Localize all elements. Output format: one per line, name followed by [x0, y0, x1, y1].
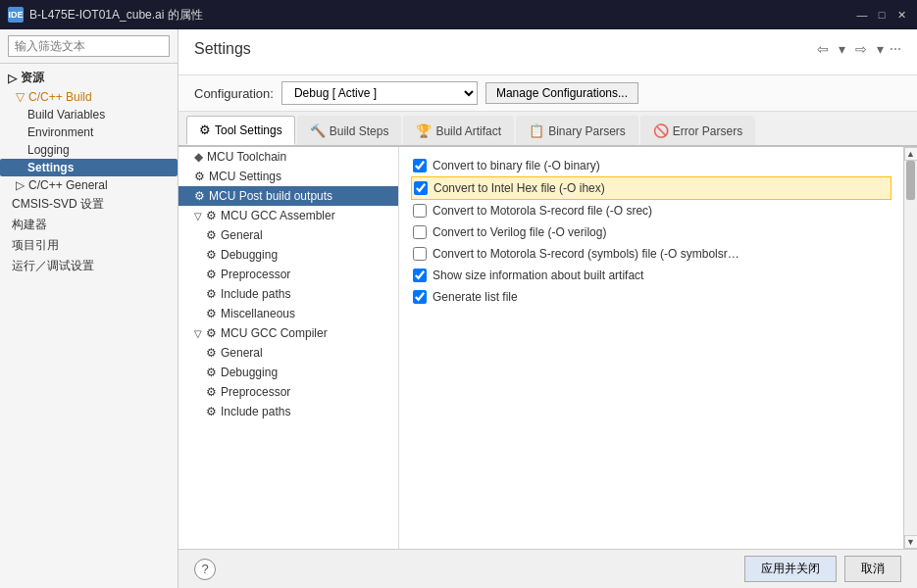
gear-icon: ⚙	[194, 170, 205, 183]
diamond-icon: ◆	[194, 150, 203, 164]
manage-configurations-button[interactable]: Manage Configurations...	[485, 82, 638, 104]
sidebar-item-cpp-build[interactable]: ▽ C/C++ Build	[0, 88, 178, 106]
option-convert-verilog-checkbox[interactable]	[413, 225, 427, 239]
tree-node-general[interactable]: ⚙ General	[178, 225, 398, 245]
sidebar-item-cpp-general[interactable]: ▷ C/C++ General	[0, 176, 178, 194]
build-steps-icon: 🔨	[310, 123, 326, 138]
option-show-size-label: Show size information about built artifa…	[433, 269, 643, 282]
tool-settings-icon: ⚙	[199, 122, 211, 137]
main-layout: ▷ 资源 ▽ C/C++ Build Build Variables Envir…	[0, 29, 917, 588]
tree-node-miscellaneous[interactable]: ⚙ Miscellaneous	[178, 304, 398, 323]
tree-node-label: MCU Toolchain	[207, 150, 286, 164]
sidebar-item-label: 资源	[21, 70, 44, 86]
sidebar-item-label: Logging	[27, 143, 70, 157]
nav-back-button[interactable]: ⇦	[813, 39, 833, 59]
tree-node-mcu-settings[interactable]: ⚙ MCU Settings	[178, 167, 398, 186]
sidebar-item-project-ref[interactable]: 项目引用	[0, 235, 178, 256]
bottom-bar: ? 应用并关闭 取消	[178, 549, 917, 588]
sidebar-filter-input[interactable]	[8, 35, 170, 57]
close-button[interactable]: ✕	[893, 7, 909, 23]
tree-node-debugging[interactable]: ⚙ Debugging	[178, 245, 398, 265]
gear-icon: ⚙	[194, 189, 205, 203]
tree-node-mcu-gcc-compiler[interactable]: ▽ ⚙ MCU GCC Compiler	[178, 323, 398, 343]
help-button[interactable]: ?	[194, 559, 216, 580]
sidebar-item-environment[interactable]: Environment	[0, 123, 178, 141]
sidebar-item-label: CMSIS-SVD 设置	[12, 196, 104, 213]
sidebar-item-run-debug[interactable]: 运行／调试设置	[0, 256, 178, 276]
tab-tool-settings[interactable]: ⚙ Tool Settings	[186, 116, 295, 145]
expand-icon: ▷	[8, 72, 17, 85]
option-generate-list-checkbox[interactable]	[413, 290, 427, 304]
scroll-thumb[interactable]	[906, 161, 915, 200]
more-options-button[interactable]: ⋯	[890, 42, 901, 56]
sidebar-item-settings[interactable]: Settings	[0, 159, 178, 176]
tab-binary-parsers[interactable]: 📋 Binary Parsers	[516, 116, 638, 145]
sidebar-item-resources[interactable]: ▷ 资源	[0, 68, 178, 88]
scroll-down-arrow[interactable]: ▼	[904, 535, 918, 549]
option-show-size-checkbox[interactable]	[413, 269, 427, 282]
settings-title-row: Settings ⇦ ▾ ⇨ ▾ ⋯	[194, 39, 901, 59]
tab-build-artifact[interactable]: 🏆 Build Artifact	[403, 116, 514, 145]
tree-node-general2[interactable]: ⚙ General	[178, 343, 398, 363]
tree-node-include-paths2[interactable]: ⚙ Include paths	[178, 402, 398, 421]
option-convert-symbols-checkbox[interactable]	[413, 247, 427, 261]
apply-close-button[interactable]: 应用并关闭	[744, 556, 837, 582]
sidebar-item-logging[interactable]: Logging	[0, 141, 178, 159]
tab-build-steps[interactable]: 🔨 Build Steps	[297, 116, 402, 145]
tree-node-mcu-gcc-assembler[interactable]: ▽ ⚙ MCU GCC Assembler	[178, 206, 398, 225]
gear-icon: ⚙	[206, 268, 217, 281]
scroll-track	[904, 161, 917, 535]
sidebar-tree: ▷ 资源 ▽ C/C++ Build Build Variables Envir…	[0, 64, 178, 588]
option-generate-list: Generate list file	[411, 286, 892, 308]
sidebar-item-label: C/C++ General	[28, 178, 108, 192]
maximize-button[interactable]: □	[874, 7, 890, 23]
option-convert-srec: Convert to Motorola S-record file (-O sr…	[411, 200, 892, 221]
binary-parsers-icon: 📋	[529, 123, 544, 138]
tab-bar: ⚙ Tool Settings 🔨 Build Steps 🏆 Build Ar…	[178, 112, 917, 147]
sidebar-item-builder[interactable]: 构建器	[0, 215, 178, 235]
sidebar-item-cmsis-svd[interactable]: CMSIS-SVD 设置	[0, 194, 178, 215]
expand-icon: ▷	[16, 178, 25, 192]
nav-dropdown2-button[interactable]: ▾	[873, 39, 888, 59]
option-convert-srec-checkbox[interactable]	[413, 204, 427, 218]
option-convert-hex-checkbox[interactable]	[414, 181, 428, 195]
tree-node-debugging2[interactable]: ⚙ Debugging	[178, 363, 398, 382]
tree-node-mcu-toolchain[interactable]: ◆ MCU Toolchain	[178, 147, 398, 167]
tree-node-mcu-post-build[interactable]: ⚙ MCU Post build outputs	[178, 186, 398, 206]
cancel-button[interactable]: 取消	[844, 556, 901, 582]
tab-error-parsers[interactable]: 🚫 Error Parsers	[640, 116, 755, 145]
tree-node-label: Preprocessor	[221, 385, 290, 399]
right-scrollbar[interactable]: ▲ ▼	[903, 147, 917, 549]
configuration-bar: Configuration: Debug [ Active ] Manage C…	[178, 75, 917, 112]
gear-icon: ⚙	[206, 287, 217, 301]
ide-icon: IDE	[8, 7, 24, 23]
sidebar: ▷ 资源 ▽ C/C++ Build Build Variables Envir…	[0, 29, 178, 588]
tree-node-label: Include paths	[221, 405, 290, 418]
build-artifact-icon: 🏆	[416, 123, 432, 138]
tree-node-label: MCU GCC Assembler	[221, 209, 335, 222]
option-convert-hex-label: Convert to Intel Hex file (-O ihex)	[433, 181, 605, 195]
settings-title-text: Settings	[194, 40, 251, 58]
configuration-select[interactable]: Debug [ Active ]	[281, 81, 478, 105]
option-convert-symbols-label: Convert to Motorola S-record (symbols) f…	[433, 247, 739, 261]
gear-icon: ⚙	[206, 385, 217, 399]
nav-forward-button[interactable]: ⇨	[851, 39, 871, 59]
minimize-button[interactable]: —	[854, 7, 870, 23]
sidebar-item-label: 构建器	[12, 217, 47, 233]
gear-icon: ⚙	[206, 228, 217, 242]
scroll-up-arrow[interactable]: ▲	[904, 147, 918, 161]
tree-node-label: MCU GCC Compiler	[221, 326, 328, 340]
option-convert-binary-checkbox[interactable]	[413, 159, 427, 172]
tree-node-label: MCU Settings	[209, 170, 281, 183]
tree-node-preprocessor2[interactable]: ⚙ Preprocessor	[178, 382, 398, 402]
expand-icon: ▽	[194, 211, 202, 221]
tree-node-preprocessor[interactable]: ⚙ Preprocessor	[178, 265, 398, 284]
option-convert-binary: Convert to binary file (-O binary)	[411, 155, 892, 176]
option-convert-srec-label: Convert to Motorola S-record file (-O sr…	[433, 204, 652, 218]
option-show-size: Show size information about built artifa…	[411, 265, 892, 286]
tab-build-artifact-label: Build Artifact	[435, 124, 501, 138]
sidebar-item-build-variables[interactable]: Build Variables	[0, 106, 178, 123]
option-convert-binary-label: Convert to binary file (-O binary)	[433, 159, 600, 172]
nav-dropdown-button[interactable]: ▾	[835, 39, 849, 59]
tree-node-include-paths[interactable]: ⚙ Include paths	[178, 284, 398, 304]
